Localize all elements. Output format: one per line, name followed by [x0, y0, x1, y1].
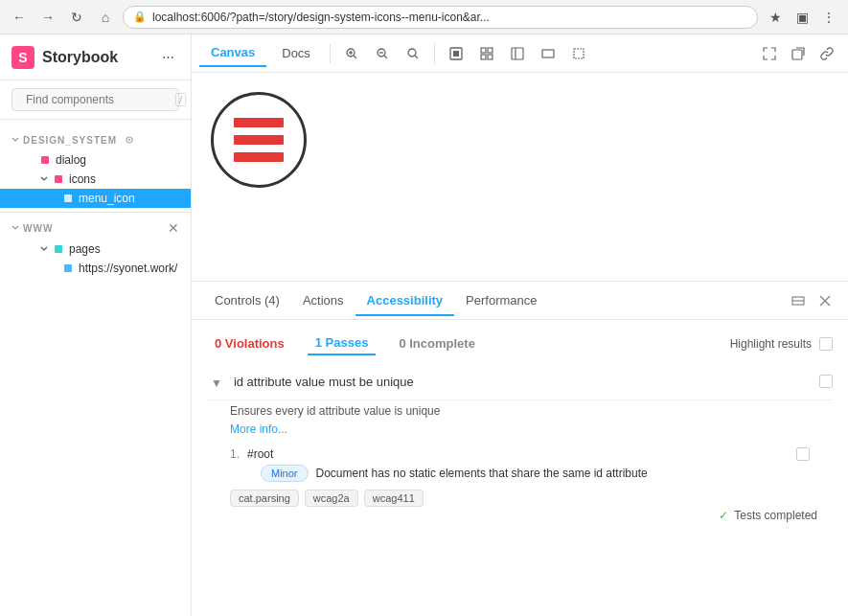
- tab-actions[interactable]: Actions: [291, 285, 355, 315]
- tests-completed-container: ✓ Tests completed: [207, 514, 833, 534]
- panel-close-button[interactable]: [814, 289, 837, 312]
- tag-wcag411: wcag411: [364, 490, 424, 507]
- chevron-down-icon: [40, 175, 48, 183]
- svg-rect-26: [542, 50, 554, 57]
- tests-completed-label: Tests completed: [734, 509, 817, 522]
- svg-rect-8: [64, 264, 72, 272]
- sidebar-header: S Storybook ⋯: [0, 34, 191, 80]
- sidebar-search: /: [0, 80, 191, 120]
- tab-controls[interactable]: Controls (4): [203, 285, 291, 315]
- section-label: www: [23, 223, 53, 234]
- more-options-button[interactable]: ⋮: [817, 6, 840, 29]
- sidebar-item-url[interactable]: https://syonet.work/: [0, 259, 191, 278]
- tag-cat-parsing: cat.parsing: [230, 490, 299, 507]
- instance-checkbox[interactable]: [796, 447, 810, 461]
- browser-chrome: ← → ↻ ⌂ 🔒 localhost:6006/?path=/story/de…: [0, 0, 848, 34]
- minor-badge: Minor: [261, 465, 309, 482]
- sidebar-item-icons[interactable]: icons: [0, 170, 191, 189]
- storybook-logo: S: [11, 46, 34, 69]
- rule-instance: 1. #root: [230, 447, 810, 461]
- back-button[interactable]: ←: [8, 6, 31, 29]
- section-close-button[interactable]: ✕: [168, 220, 179, 236]
- svg-rect-23: [488, 55, 493, 59]
- rule-title: id attribute value must be unique: [234, 375, 812, 389]
- extension-button[interactable]: ▣: [791, 6, 814, 29]
- rule-checkbox[interactable]: [819, 375, 833, 388]
- panel-expand-button[interactable]: [787, 289, 810, 312]
- url-text: localhost:6006/?path=/story/design-syste…: [152, 11, 490, 24]
- tab-performance[interactable]: Performance: [454, 285, 548, 315]
- component-icon: [40, 155, 50, 165]
- accessibility-panel-content: 0 Violations 1 Passes 0 Incomplete Highl…: [192, 320, 848, 616]
- sidebar-item-menu-icon[interactable]: menu_icon: [0, 189, 191, 208]
- section-label: DESIGN_SYSTEM: [23, 135, 117, 146]
- fullwidth-button[interactable]: [535, 40, 562, 67]
- menu-bar-middle: [234, 135, 284, 145]
- sidebar: S Storybook ⋯ / DESIGN_SYSTEM dialog: [0, 34, 192, 616]
- svg-rect-21: [488, 48, 493, 53]
- new-tab-button[interactable]: [785, 40, 812, 67]
- grid-view-button[interactable]: [473, 40, 500, 67]
- component-view-button[interactable]: [443, 40, 470, 67]
- reload-button[interactable]: ↻: [65, 6, 88, 29]
- sidebar-item-label: menu_icon: [79, 192, 135, 205]
- rule-details: Ensures every id attribute value is uniq…: [207, 404, 833, 507]
- forward-button[interactable]: →: [36, 6, 59, 29]
- svg-point-16: [408, 49, 416, 57]
- tab-canvas[interactable]: Canvas: [199, 39, 266, 67]
- zoom-reset-button[interactable]: [400, 40, 426, 67]
- border-button[interactable]: [565, 40, 592, 67]
- passes-stat[interactable]: 1 Passes: [308, 331, 377, 355]
- sidebar-toggle-button[interactable]: [504, 40, 531, 67]
- canvas-area: [192, 73, 848, 281]
- url-bar[interactable]: 🔒 localhost:6006/?path=/story/design-sys…: [123, 6, 758, 29]
- menu-bar-top: [234, 118, 284, 127]
- section-divider: [0, 212, 191, 213]
- chevron-down-icon: [11, 136, 19, 144]
- instance-description: Document has no static elements that sha…: [316, 467, 648, 480]
- sidebar-item-label: pages: [69, 242, 101, 256]
- storybook-title: Storybook: [42, 49, 118, 66]
- highlight-results-label: Highlight results: [730, 337, 812, 351]
- zoom-out-button[interactable]: [369, 40, 396, 67]
- check-icon: ✓: [719, 509, 728, 522]
- search-box[interactable]: /: [11, 88, 179, 111]
- section-design-system[interactable]: DESIGN_SYSTEM: [0, 127, 191, 150]
- violations-stat[interactable]: 0 Violations: [207, 332, 292, 354]
- svg-rect-5: [55, 175, 62, 183]
- expand-button[interactable]: [756, 40, 783, 67]
- tag-wcag2a: wcag2a: [305, 490, 358, 507]
- svg-rect-6: [64, 194, 72, 202]
- tab-docs[interactable]: Docs: [270, 40, 322, 66]
- svg-rect-24: [512, 48, 523, 59]
- browser-action-buttons: ★ ▣ ⋮: [764, 6, 840, 29]
- incomplete-stat[interactable]: 0 Incomplete: [391, 332, 482, 354]
- section-www-header[interactable]: www ✕: [0, 217, 191, 240]
- story-icon: [63, 194, 73, 203]
- sidebar-item-label: icons: [69, 172, 96, 186]
- svg-line-17: [415, 56, 418, 58]
- menu-bar-bottom: [234, 152, 284, 162]
- home-button[interactable]: ⌂: [94, 6, 117, 29]
- highlight-results-checkbox[interactable]: [819, 337, 833, 351]
- tests-completed: ✓ Tests completed: [719, 509, 817, 522]
- sidebar-item-pages[interactable]: pages: [0, 240, 191, 259]
- badge-row: cat.parsing wcag2a wcag411: [230, 490, 833, 507]
- link-button[interactable]: [814, 40, 840, 67]
- svg-rect-27: [574, 49, 584, 58]
- search-input[interactable]: [26, 93, 170, 106]
- sidebar-item-dialog[interactable]: dialog: [0, 150, 191, 170]
- component-icon: [54, 174, 63, 184]
- sidebar-menu-button[interactable]: ⋯: [156, 46, 179, 69]
- svg-line-12: [354, 56, 356, 58]
- rule-expand-button[interactable]: ▼: [207, 375, 226, 392]
- secure-icon: 🔒: [133, 11, 147, 23]
- svg-point-3: [128, 139, 130, 141]
- toolbar-right: [756, 40, 840, 67]
- svg-rect-22: [481, 55, 486, 59]
- zoom-in-button[interactable]: [338, 40, 365, 67]
- sidebar-item-label: https://syonet.work/: [79, 262, 177, 275]
- tab-accessibility[interactable]: Accessibility: [355, 285, 455, 315]
- bookmark-star-button[interactable]: ★: [764, 6, 787, 29]
- rule-more-link[interactable]: More info...: [230, 422, 287, 436]
